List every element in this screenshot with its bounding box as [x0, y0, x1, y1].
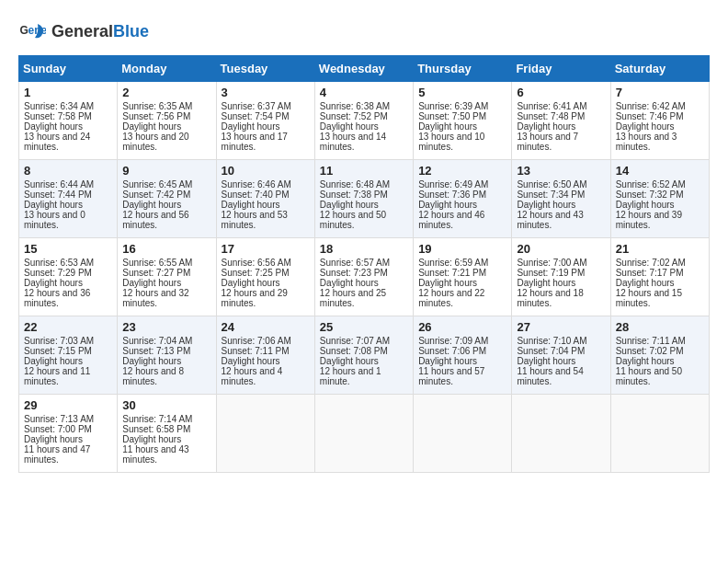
- daylight-hours-label: Daylight hours: [222, 121, 280, 132]
- col-sunday: Sunday: [19, 56, 118, 82]
- calendar-cell: 12 Sunrise: 6:49 AM Sunset: 7:36 PM Dayl…: [414, 160, 512, 238]
- sunrise-text: Sunrise: 7:00 AM: [517, 258, 586, 268]
- calendar-cell: [512, 395, 610, 473]
- calendar-cell: 1 Sunrise: 6:34 AM Sunset: 7:58 PM Dayli…: [19, 82, 118, 160]
- sunset-text: Sunset: 7:50 PM: [418, 111, 486, 121]
- col-saturday: Saturday: [610, 56, 709, 82]
- daylight-duration: 13 hours and 17 minutes.: [222, 132, 288, 152]
- daylight-hours-label: Daylight hours: [320, 121, 379, 132]
- sunrise-text: Sunrise: 6:37 AM: [222, 101, 291, 111]
- calendar-cell: 23 Sunrise: 7:04 AM Sunset: 7:13 PM Dayl…: [118, 316, 216, 395]
- sunrise-text: Sunrise: 7:02 AM: [616, 258, 686, 268]
- daylight-duration: 11 hours and 43 minutes.: [122, 444, 188, 465]
- calendar-cell: 25 Sunrise: 7:07 AM Sunset: 7:08 PM Dayl…: [314, 316, 413, 395]
- day-number: 15: [24, 242, 112, 256]
- daylight-hours-label: Daylight hours: [122, 434, 181, 444]
- sunrise-text: Sunrise: 7:09 AM: [418, 336, 488, 346]
- calendar-cell: 24 Sunrise: 7:06 AM Sunset: 7:11 PM Dayl…: [216, 316, 314, 395]
- sunset-text: Sunset: 7:11 PM: [222, 346, 290, 356]
- daylight-hours-label: Daylight hours: [320, 278, 379, 288]
- daylight-duration: 11 hours and 54 minutes.: [517, 366, 583, 386]
- day-number: 9: [122, 164, 210, 178]
- col-thursday: Thursday: [414, 56, 512, 82]
- day-number: 17: [222, 242, 310, 256]
- sunrise-text: Sunrise: 6:38 AM: [320, 101, 390, 111]
- sunset-text: Sunset: 7:58 PM: [24, 111, 92, 121]
- calendar-cell: 22 Sunrise: 7:03 AM Sunset: 7:15 PM Dayl…: [19, 316, 118, 395]
- sunset-text: Sunset: 7:36 PM: [418, 190, 486, 200]
- day-number: 24: [222, 320, 310, 334]
- calendar-cell: 11 Sunrise: 6:48 AM Sunset: 7:38 PM Dayl…: [314, 160, 413, 238]
- calendar-cell: 26 Sunrise: 7:09 AM Sunset: 7:06 PM Dayl…: [414, 316, 512, 395]
- daylight-duration: 11 hours and 47 minutes.: [24, 444, 90, 465]
- sunrise-text: Sunrise: 7:11 AM: [616, 336, 686, 346]
- day-number: 26: [418, 320, 506, 334]
- daylight-duration: 12 hours and 36 minutes.: [24, 288, 90, 308]
- sunrise-text: Sunrise: 6:34 AM: [24, 101, 94, 111]
- calendar-cell: 15 Sunrise: 6:53 AM Sunset: 7:29 PM Dayl…: [19, 238, 118, 316]
- sunrise-text: Sunrise: 6:57 AM: [320, 258, 390, 268]
- sunset-text: Sunset: 7:34 PM: [517, 190, 585, 200]
- calendar-cell: 17 Sunrise: 6:56 AM Sunset: 7:25 PM Dayl…: [216, 238, 314, 316]
- day-number: 6: [517, 86, 605, 99]
- day-number: 14: [616, 164, 704, 178]
- daylight-hours-label: Daylight hours: [122, 356, 181, 366]
- day-number: 23: [122, 320, 210, 334]
- sunrise-text: Sunrise: 6:41 AM: [517, 101, 586, 111]
- daylight-duration: 12 hours and 32 minutes.: [122, 288, 188, 308]
- day-number: 10: [222, 164, 310, 178]
- logo-icon: G eneral: [18, 18, 46, 46]
- day-number: 12: [418, 164, 506, 178]
- sunrise-text: Sunrise: 7:03 AM: [24, 336, 94, 346]
- day-number: 8: [24, 164, 112, 178]
- daylight-duration: 12 hours and 22 minutes.: [418, 288, 484, 308]
- daylight-hours-label: Daylight hours: [418, 121, 477, 132]
- sunset-text: Sunset: 7:23 PM: [320, 268, 388, 278]
- sunset-text: Sunset: 7:44 PM: [24, 190, 92, 200]
- calendar-cell: 5 Sunrise: 6:39 AM Sunset: 7:50 PM Dayli…: [414, 82, 512, 160]
- daylight-duration: 11 hours and 50 minutes.: [616, 366, 682, 386]
- day-number: 18: [320, 242, 408, 256]
- sunrise-text: Sunrise: 7:14 AM: [122, 414, 192, 424]
- calendar-cell: 21 Sunrise: 7:02 AM Sunset: 7:17 PM Dayl…: [610, 238, 709, 316]
- sunset-text: Sunset: 7:32 PM: [616, 190, 684, 200]
- col-tuesday: Tuesday: [216, 56, 314, 82]
- daylight-duration: 13 hours and 20 minutes.: [122, 132, 188, 152]
- daylight-hours-label: Daylight hours: [418, 278, 477, 288]
- daylight-duration: 13 hours and 24 minutes.: [24, 132, 90, 152]
- sunrise-text: Sunrise: 6:35 AM: [122, 101, 192, 111]
- daylight-hours-label: Daylight hours: [24, 121, 83, 132]
- calendar-week-row: 29 Sunrise: 7:13 AM Sunset: 7:00 PM Dayl…: [19, 395, 710, 473]
- daylight-hours-label: Daylight hours: [222, 278, 280, 288]
- day-number: 1: [24, 86, 112, 99]
- sunset-text: Sunset: 7:13 PM: [122, 346, 190, 356]
- calendar-cell: 30 Sunrise: 7:14 AM Sunset: 6:58 PM Dayl…: [118, 395, 216, 473]
- daylight-hours-label: Daylight hours: [122, 121, 181, 132]
- day-number: 22: [24, 320, 112, 334]
- page-header: G eneral GeneralBlue: [18, 18, 710, 46]
- sunset-text: Sunset: 7:00 PM: [24, 424, 92, 434]
- sunset-text: Sunset: 7:25 PM: [222, 268, 290, 278]
- calendar-cell: [414, 395, 512, 473]
- calendar-cell: 14 Sunrise: 6:52 AM Sunset: 7:32 PM Dayl…: [610, 160, 709, 238]
- sunrise-text: Sunrise: 6:44 AM: [24, 179, 94, 190]
- daylight-duration: 12 hours and 43 minutes.: [517, 210, 583, 230]
- daylight-hours-label: Daylight hours: [320, 356, 379, 366]
- daylight-duration: 12 hours and 56 minutes.: [122, 210, 188, 230]
- day-number: 4: [320, 86, 408, 99]
- day-number: 27: [517, 320, 605, 334]
- daylight-hours-label: Daylight hours: [24, 278, 83, 288]
- sunset-text: Sunset: 7:48 PM: [517, 111, 585, 121]
- daylight-hours-label: Daylight hours: [24, 356, 83, 366]
- daylight-hours-label: Daylight hours: [320, 200, 379, 210]
- sunrise-text: Sunrise: 7:04 AM: [122, 336, 192, 346]
- day-number: 11: [320, 164, 408, 178]
- sunrise-text: Sunrise: 6:50 AM: [517, 179, 586, 190]
- sunset-text: Sunset: 7:54 PM: [222, 111, 290, 121]
- sunset-text: Sunset: 7:56 PM: [122, 111, 190, 121]
- daylight-duration: 12 hours and 50 minutes.: [320, 210, 386, 230]
- daylight-hours-label: Daylight hours: [517, 356, 575, 366]
- daylight-hours-label: Daylight hours: [418, 356, 477, 366]
- sunset-text: Sunset: 7:02 PM: [616, 346, 684, 356]
- sunrise-text: Sunrise: 7:10 AM: [517, 336, 586, 346]
